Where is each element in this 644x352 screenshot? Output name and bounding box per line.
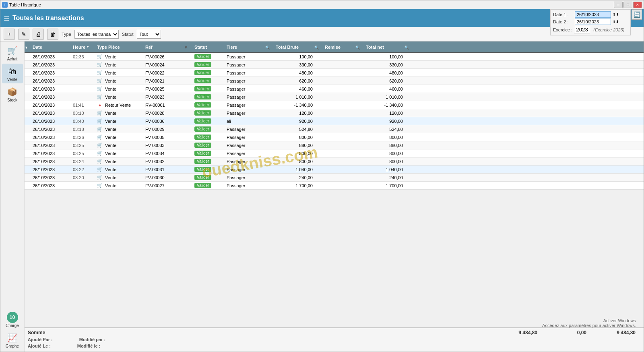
somme-remise: 0,00	[548, 330, 588, 335]
titlebar-controls: ─ □ ✕	[614, 2, 642, 8]
col-filter-icon[interactable]: ▼	[184, 45, 193, 50]
table-row[interactable]: 26/10/2023 03:26 🛒 Vente FV-00035 Valide…	[25, 133, 644, 141]
cell-date: 26/10/2023	[31, 151, 71, 156]
cell-type: Vente	[104, 159, 144, 164]
delete-button[interactable]: 🗑	[47, 29, 58, 40]
sidebar-item-charge[interactable]: 10 Charge	[2, 310, 23, 329]
cell-type: Vente	[104, 183, 144, 188]
table-row[interactable]: 26/10/2023 🛒 Vente FV-00022 Valider Pass…	[25, 69, 644, 77]
add-button[interactable]: +	[4, 29, 15, 40]
cell-ref: FV-00022	[144, 70, 184, 75]
table-row[interactable]: 26/10/2023 03:40 🛒 Vente FV-00036 Valide…	[25, 117, 644, 125]
table-scroll[interactable]: 26/10/2023 02:33 🛒 Vente FV-00026 Valide…	[25, 53, 644, 327]
exercice-input[interactable]	[574, 26, 590, 33]
sidebar-item-vente[interactable]: 🛍 Vente	[2, 64, 23, 83]
cell-type-icon: 🛒	[95, 175, 104, 180]
cell-total-brute: 620,00	[274, 79, 314, 83]
col-tiers-search[interactable]: 🔍	[265, 45, 274, 50]
table-row[interactable]: 26/10/2023 🛒 Vente FV-00021 Valider Pass…	[25, 77, 644, 85]
col-expand: ▼	[25, 45, 31, 50]
col-remise-header[interactable]: Remise	[323, 45, 355, 50]
header-bar: ☰ Toutes les transactions Date 1 : ⬆⬇ Da…	[0, 9, 644, 27]
col-statut-header[interactable]: Statut	[193, 45, 225, 50]
cell-total-brute: 1 700,00	[274, 183, 314, 188]
cell-total-brute: 1 040,00	[274, 167, 314, 172]
total-net-search-icon[interactable]: 🔍	[405, 46, 409, 50]
filter-icon[interactable]: ▼	[184, 45, 188, 50]
col-remise-search[interactable]: 🔍	[355, 45, 364, 50]
col-tiers-header[interactable]: Tiers	[225, 45, 265, 50]
table-row[interactable]: 26/10/2023 🛒 Vente FV-00027 Valider Pass…	[25, 182, 644, 190]
close-button[interactable]: ✕	[633, 2, 642, 8]
refresh-button[interactable]: 🔄	[632, 9, 642, 20]
return-icon: ●	[99, 103, 101, 108]
cell-tiers: Passager	[225, 87, 265, 91]
table-row[interactable]: 26/10/2023 03:20 🛒 Vente FV-00030 Valide…	[25, 174, 644, 182]
table-row[interactable]: 26/10/2023 03:10 🛒 Vente FV-00028 Valide…	[25, 109, 644, 117]
cell-date: 26/10/2023	[31, 103, 71, 108]
remise-search-icon[interactable]: 🔍	[355, 46, 360, 50]
table-row[interactable]: 26/10/2023 03:25 🛒 Vente FV-00033 Valide…	[25, 141, 644, 149]
status-badge: Valider	[194, 54, 211, 59]
col-total-net-header[interactable]: Total net	[364, 45, 405, 50]
date1-input[interactable]	[575, 11, 611, 18]
cell-tiers: Passager	[225, 151, 265, 156]
table-row[interactable]: 26/10/2023 03:24 🛒 Vente FV-00032 Valide…	[25, 157, 644, 166]
sidebar-item-stock[interactable]: 📦 Stock	[2, 84, 23, 104]
date1-spin[interactable]: ⬆⬇	[613, 12, 619, 17]
cell-statut: Valider	[193, 159, 225, 164]
date2-spin[interactable]: ⬆⬇	[613, 20, 619, 24]
ajoute-le-label: Ajouté Le :	[28, 344, 51, 348]
col-date-header[interactable]: Date	[31, 45, 71, 50]
table-row[interactable]: 26/10/2023 02:33 🛒 Vente FV-00026 Valide…	[25, 53, 644, 61]
sidebar-item-achat[interactable]: 🛒 Achat	[2, 43, 23, 63]
main-content: 🛒 Achat 🛍 Vente 📦 Stock 10 Charge 📈 Grap…	[0, 41, 644, 352]
type-select[interactable]: Toutes les transa	[74, 30, 119, 39]
cell-statut: Valider	[193, 175, 225, 180]
cart-icon: 🛒	[97, 62, 103, 67]
cell-date: 26/10/2023	[31, 95, 71, 99]
edit-button[interactable]: ✎	[18, 29, 29, 40]
menu-icon[interactable]: ☰	[4, 14, 9, 22]
cell-heure: 03:24	[71, 159, 95, 164]
table-row[interactable]: 26/10/2023 🛒 Vente FV-00025 Valider Pass…	[25, 85, 644, 93]
status-badge: Valider	[194, 151, 211, 156]
col-total-brute-search[interactable]: 🔍	[314, 45, 323, 50]
cell-date: 26/10/2023	[31, 167, 71, 172]
cell-total-brute: 480,00	[274, 70, 314, 75]
table-row[interactable]: 26/10/2023 03:25 🛒 Vente FV-00034 Valide…	[25, 149, 644, 157]
cell-total-net: 620,00	[364, 79, 405, 83]
col-ref-header[interactable]: Réf	[144, 45, 184, 50]
status-badge: Valider	[194, 175, 211, 180]
date1-label: Date 1 :	[553, 12, 573, 17]
status-badge: Valider	[194, 143, 211, 148]
cell-type: Vente	[104, 143, 144, 148]
cell-type: Vente	[104, 167, 144, 172]
table-row[interactable]: 26/10/2023 03:18 🛒 Vente FV-00029 Valide…	[25, 125, 644, 133]
col-type-header[interactable]: Type Pièce	[95, 45, 144, 50]
sidebar-item-graphe[interactable]: 📈 Graphe	[2, 330, 23, 350]
cell-statut: Valider	[193, 54, 225, 59]
tiers-search-icon[interactable]: 🔍	[265, 46, 270, 50]
expand-icon[interactable]: ▼	[25, 46, 28, 50]
cell-type: Vente	[104, 175, 144, 180]
somme-total-brute: 9 484,80	[499, 330, 539, 335]
cell-ref: FV-00034	[144, 151, 184, 156]
print-button[interactable]: 🖨	[33, 29, 44, 40]
table-row[interactable]: 26/10/2023 🛒 Vente FV-00023 Valider Pass…	[25, 93, 644, 101]
table-row[interactable]: 26/10/2023 🛒 Vente FV-00024 Valider Pass…	[25, 61, 644, 69]
cart-icon: 🛒	[97, 135, 103, 140]
cell-tiers: Passager	[225, 95, 265, 99]
cell-total-brute: 920,00	[274, 119, 314, 124]
maximize-button[interactable]: □	[623, 2, 632, 8]
cell-ref: FV-00025	[144, 87, 184, 91]
table-row[interactable]: 26/10/2023 03:22 🛒 Vente FV-00031 Valide…	[25, 166, 644, 174]
statut-select[interactable]: Tout	[137, 30, 161, 39]
col-heure-header[interactable]: Heure ▼	[71, 45, 95, 50]
col-total-net-search[interactable]: 🔍	[405, 45, 413, 50]
col-total-brute-header[interactable]: Total Brute	[274, 45, 314, 50]
minimize-button[interactable]: ─	[614, 2, 623, 8]
table-row[interactable]: 26/10/2023 01:41 ● Retour Vente RV-00001…	[25, 101, 644, 109]
total-brute-search-icon[interactable]: 🔍	[314, 46, 319, 50]
date2-input[interactable]	[575, 19, 611, 25]
